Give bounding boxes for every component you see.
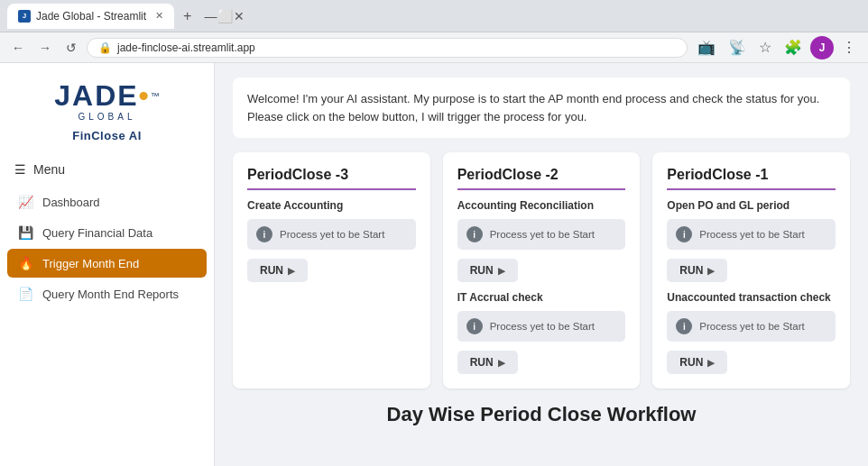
back-button[interactable]: ← (7, 39, 29, 57)
menu-header: ☰ Menu (0, 151, 214, 184)
info-icon-2: i (466, 226, 483, 242)
new-tab-button[interactable]: + (180, 8, 195, 24)
tab-favicon: J (18, 10, 31, 23)
play-icon: ▶ (707, 266, 715, 276)
extension-icon[interactable]: 🧩 (780, 37, 807, 58)
sidebar-item-label: Trigger Month End (42, 257, 139, 270)
sidebar-nav: 📈 Dashboard 💾 Query Financial Data 🔥 Tri… (0, 184, 214, 312)
info-icon-3: i (466, 318, 483, 334)
close-button[interactable]: ✕ (233, 10, 245, 23)
logo-box: JADE• ™ (54, 81, 160, 110)
play-icon: ▶ (498, 358, 505, 368)
period-close-3-title: PeriodClose -3 (247, 167, 416, 190)
period2-section2-run-button[interactable]: RUN ▶ (457, 351, 518, 374)
profile-avatar[interactable]: J (810, 36, 834, 59)
dashboard-icon: 📈 (18, 195, 33, 209)
logo-trademark: ™ (151, 91, 160, 101)
sidebar-item-label: Query Financial Data (42, 226, 152, 240)
accounting-reconciliation-label: Accounting Reconciliation (457, 199, 626, 212)
welcome-text: Welcome! I'm your AI assistant. My purpo… (247, 92, 819, 123)
play-icon: ▶ (707, 358, 715, 368)
sidebar-logo: JADE• ™ GLOBAL FinClose AI (0, 63, 214, 151)
period1-section1-status-text: Process yet to be Start (699, 229, 804, 240)
info-icon: i (256, 226, 272, 242)
minimize-button[interactable]: — (204, 10, 217, 23)
address-bar[interactable]: 🔒 jade-finclose-ai.streamlit.app (87, 38, 688, 58)
sidebar-item-query-month-end[interactable]: 📄 Query Month End Reports (7, 279, 207, 308)
bookmark-icon[interactable]: ☆ (754, 37, 776, 58)
open-po-gl-label: Open PO and GL period (667, 199, 836, 212)
logo-dot: • (139, 79, 151, 112)
it-accrual-label: IT Accrual check (457, 291, 626, 304)
welcome-message: Welcome! I'm your AI assistant. My purpo… (233, 78, 850, 138)
trigger-month-end-icon: 🔥 (18, 256, 33, 270)
hamburger-icon[interactable]: ☰ (14, 162, 26, 177)
section-title: Day Wise Period Close Workflow (233, 403, 850, 426)
period-close-2-title: PeriodClose -2 (457, 167, 626, 190)
period2-section1-run-button[interactable]: RUN ▶ (457, 259, 518, 282)
period1-section2-status-text: Process yet to be Start (699, 321, 804, 332)
sidebar-item-label: Query Month End Reports (42, 288, 179, 301)
period-close-cards: PeriodClose -3 Create Accounting i Proce… (233, 152, 850, 388)
app-name: FinClose AI (72, 129, 142, 142)
play-icon: ▶ (288, 266, 295, 276)
period-close-1-card: PeriodClose -1 Open PO and GL period i P… (652, 152, 850, 388)
run-label: RUN (470, 356, 494, 369)
period-close-2-card: PeriodClose -2 Accounting Reconciliation… (443, 152, 641, 388)
period-close-3-card: PeriodClose -3 Create Accounting i Proce… (233, 152, 430, 388)
unaccounted-tx-label: Unaccounted transaction check (667, 291, 836, 304)
screen-share-icon[interactable]: 📺 (693, 37, 720, 58)
period3-status-badge: i Process yet to be Start (247, 219, 416, 250)
info-icon-4: i (676, 226, 692, 242)
sidebar-item-trigger-month-end[interactable]: 🔥 Trigger Month End (7, 249, 207, 278)
period2-section1-status-badge: i Process yet to be Start (457, 219, 626, 250)
run-label: RUN (679, 264, 703, 277)
info-icon-5: i (676, 318, 692, 334)
sidebar-item-query-financial[interactable]: 💾 Query Financial Data (7, 218, 207, 247)
logo-global: GLOBAL (78, 112, 135, 122)
reload-button[interactable]: ↺ (61, 39, 81, 57)
restore-button[interactable]: ⬜ (218, 10, 231, 23)
run-label: RUN (679, 356, 703, 369)
query-financial-icon: 💾 (18, 225, 33, 240)
menu-label: Menu (33, 162, 65, 177)
sidebar-item-dashboard[interactable]: 📈 Dashboard (7, 187, 207, 216)
period-close-1-title: PeriodClose -1 (667, 167, 836, 190)
run-label: RUN (470, 264, 494, 277)
tab-title: Jade Global - Streamlit (36, 10, 146, 23)
query-month-end-icon: 📄 (18, 287, 33, 301)
tab-close-button[interactable]: ✕ (155, 10, 163, 22)
period1-section2-run-button[interactable]: RUN ▶ (667, 351, 727, 374)
period1-section1-status-badge: i Process yet to be Start (667, 219, 836, 250)
play-icon: ▶ (498, 266, 505, 276)
main-content: Welcome! I'm your AI assistant. My purpo… (215, 63, 868, 466)
browser-tab[interactable]: J Jade Global - Streamlit ✕ (7, 4, 174, 29)
cast-icon[interactable]: 📡 (724, 37, 751, 58)
logo-text: JADE• (54, 81, 151, 110)
period3-status-text: Process yet to be Start (280, 229, 384, 240)
sidebar: JADE• ™ GLOBAL FinClose AI ☰ Menu 📈 Dash… (0, 63, 215, 466)
app-container: JADE• ™ GLOBAL FinClose AI ☰ Menu 📈 Dash… (0, 63, 868, 466)
forward-button[interactable]: → (34, 39, 56, 57)
create-accounting-label: Create Accounting (247, 199, 416, 212)
address-text: jade-finclose-ai.streamlit.app (117, 41, 676, 54)
period1-section1-run-button[interactable]: RUN ▶ (667, 259, 727, 282)
more-options-button[interactable]: ⋮ (837, 37, 861, 58)
period2-section2-status-text: Process yet to be Start (490, 321, 595, 332)
run-label: RUN (260, 264, 283, 277)
period1-section2-status-badge: i Process yet to be Start (667, 311, 836, 342)
sidebar-item-label: Dashboard (42, 196, 100, 209)
period3-run-button[interactable]: RUN ▶ (247, 259, 308, 282)
period2-section2-status-badge: i Process yet to be Start (457, 311, 626, 342)
navigation-bar: ← → ↺ 🔒 jade-finclose-ai.streamlit.app 📺… (0, 32, 868, 63)
period2-section1-status-text: Process yet to be Start (490, 229, 595, 240)
